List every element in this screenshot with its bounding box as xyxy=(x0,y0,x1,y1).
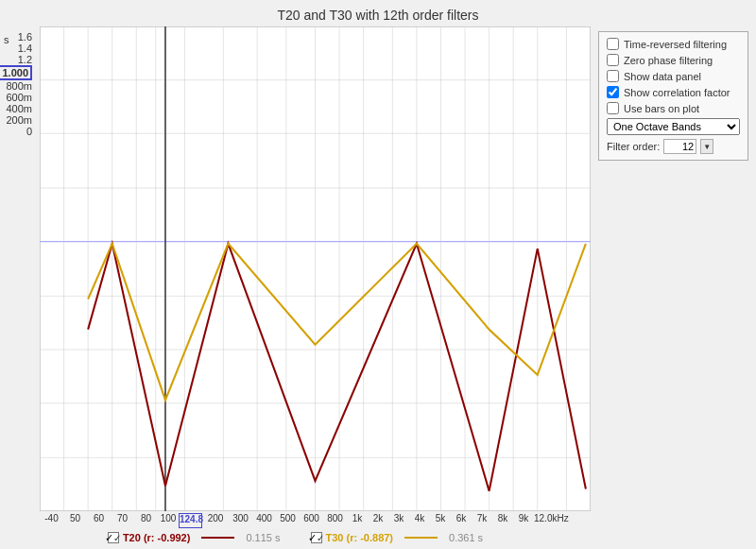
chart-wrapper: s 1.6 1.4 1.2 1.000 800m 600m 400m 200m … xyxy=(0,26,591,549)
y-tick: 1.2 xyxy=(18,54,32,65)
t20-legend-item: ✓ T20 (r: -0.992) xyxy=(108,532,191,543)
band-dropdown-row: One Octave Bands Third Octave Bands xyxy=(607,118,740,135)
x-tick: 3k xyxy=(388,513,409,528)
filter-order-row: Filter order: ▼ xyxy=(607,139,740,154)
x-tick: 50 xyxy=(63,513,87,528)
y-tick-1000: 1.000 xyxy=(0,65,32,80)
settings-panel: Time-reversed filtering Zero phase filte… xyxy=(598,31,748,161)
x-tick: 60 xyxy=(87,513,111,528)
legend-area: ✓ T20 (r: -0.992) 0.115 s ✓ T30 (r: -0.8… xyxy=(0,528,591,549)
x-tick: 5k xyxy=(430,513,451,528)
y-tick: 800m xyxy=(6,80,32,92)
x-tick: 200 xyxy=(202,513,229,528)
zero-phase-checkbox[interactable] xyxy=(607,54,619,66)
x-tick: 100 xyxy=(158,513,179,528)
show-panel-checkbox[interactable] xyxy=(607,70,619,82)
chart-svg-container xyxy=(40,26,591,511)
main-container: T20 and T30 with 12th order filters s 1.… xyxy=(0,0,756,549)
x-tick: -40 xyxy=(40,513,63,528)
zero-phase-label: Zero phase filtering xyxy=(624,55,713,66)
y-axis: 1.6 1.4 1.2 1.000 800m 600m 400m 200m 0 xyxy=(0,26,36,158)
x-tick: 4k xyxy=(409,513,430,528)
x-axis: -40 50 60 70 80 100 124.8 200 300 400 50… xyxy=(0,511,591,528)
show-correlation-label: Show correlation factor xyxy=(624,87,730,98)
chart-title: T20 and T30 with 12th order filters xyxy=(0,0,756,26)
time-reversed-label: Time-reversed filtering xyxy=(624,39,727,50)
x-tick: 70 xyxy=(111,513,134,528)
x-tick: 8k xyxy=(492,513,513,528)
y-tick: 200m xyxy=(6,114,32,126)
x-tick: 600 xyxy=(300,513,323,528)
time-reversed-checkbox[interactable] xyxy=(607,38,619,50)
filter-order-arrow[interactable]: ▼ xyxy=(700,139,713,154)
x-tick: 1k xyxy=(347,513,368,528)
use-bars-row: Use bars on plot xyxy=(607,102,740,114)
band-select[interactable]: One Octave Bands Third Octave Bands xyxy=(607,118,740,135)
filter-order-label: Filter order: xyxy=(607,141,660,152)
x-tick: 6k xyxy=(451,513,472,528)
x-tick: 7k xyxy=(472,513,492,528)
x-tick: 500 xyxy=(276,513,300,528)
t20-value: 0.115 s xyxy=(246,532,280,543)
t20-line-sample xyxy=(201,537,234,539)
t30-label: T30 (r: -0.887) xyxy=(326,532,394,543)
panel-area: Time-reversed filtering Zero phase filte… xyxy=(591,26,756,549)
use-bars-label: Use bars on plot xyxy=(624,103,699,114)
zero-phase-row: Zero phase filtering xyxy=(607,54,740,66)
x-tick: 2k xyxy=(368,513,388,528)
y-tick: 0 xyxy=(26,126,32,137)
filter-order-input[interactable] xyxy=(663,139,696,154)
y-axis-label: s xyxy=(4,34,9,45)
t20-label: T20 (r: -0.992) xyxy=(123,532,191,543)
t30-checkbox[interactable]: ✓ xyxy=(311,532,322,543)
x-tick: 800 xyxy=(323,513,347,528)
x-tick-highlighted: 124.8 xyxy=(179,513,202,528)
show-panel-label: Show data panel xyxy=(624,71,701,82)
x-tick: 300 xyxy=(229,513,252,528)
x-tick: 12.0kHz xyxy=(534,513,567,528)
x-tick: 400 xyxy=(252,513,276,528)
y-tick: 400m xyxy=(6,103,32,114)
t30-legend-item: ✓ T30 (r: -0.887) xyxy=(311,532,394,543)
chart-and-yaxis: s 1.6 1.4 1.2 1.000 800m 600m 400m 200m … xyxy=(0,26,591,511)
show-correlation-row: Show correlation factor xyxy=(607,86,740,98)
t30-line-sample xyxy=(404,537,438,539)
y-tick: 1.4 xyxy=(18,43,32,54)
y-tick: 1.6 xyxy=(18,31,32,43)
chart-area: s 1.6 1.4 1.2 1.000 800m 600m 400m 200m … xyxy=(0,26,756,549)
use-bars-checkbox[interactable] xyxy=(607,102,619,114)
time-reversed-row: Time-reversed filtering xyxy=(607,38,740,50)
t20-checkbox[interactable]: ✓ xyxy=(108,532,119,543)
show-panel-row: Show data panel xyxy=(607,70,740,82)
x-tick: 80 xyxy=(134,513,158,528)
t30-value: 0.361 s xyxy=(449,532,483,543)
show-correlation-checkbox[interactable] xyxy=(607,86,619,98)
x-tick: 9k xyxy=(513,513,534,528)
y-tick: 600m xyxy=(6,92,32,103)
